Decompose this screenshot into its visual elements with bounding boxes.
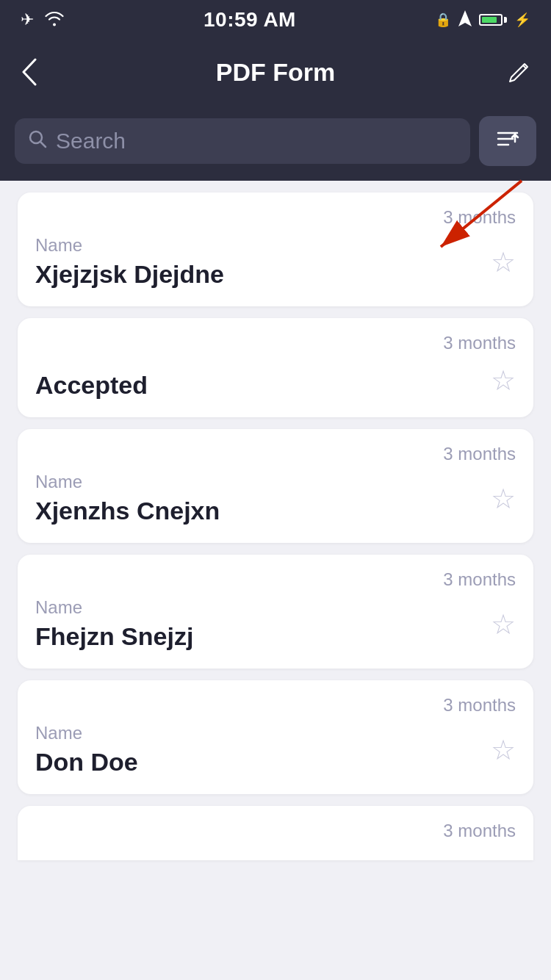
- page-title: PDF Form: [216, 58, 335, 87]
- card-name: Xjejzjsk Djejdne: [35, 260, 224, 289]
- search-input[interactable]: [56, 129, 457, 154]
- card-name: Xjenzhs Cnejxn: [35, 497, 220, 525]
- card-timestamp: 3 months: [35, 333, 516, 353]
- back-button[interactable]: [21, 58, 53, 86]
- charging-icon: ⚡: [514, 12, 530, 28]
- card-label: Name: [35, 472, 220, 492]
- card-timestamp: 3 months: [35, 821, 516, 841]
- list-item-partial: 3 months: [18, 806, 533, 860]
- list-item: 3 months Name Fhejzn Snejzj ☆: [18, 555, 533, 669]
- card-row: Name Don Doe ☆: [35, 723, 516, 777]
- card-label: Name: [35, 235, 224, 256]
- battery-icon: [479, 14, 507, 26]
- list-container: 3 months Name Xjejzjsk Djejdne ☆ 3 month…: [0, 181, 551, 806]
- search-input-wrapper[interactable]: [15, 118, 470, 164]
- favorite-button[interactable]: ☆: [491, 734, 516, 766]
- card-name: Don Doe: [35, 748, 138, 777]
- card-row: Accepted ☆: [35, 361, 516, 400]
- card-name: Accepted: [35, 361, 148, 400]
- search-bar-container: [0, 104, 551, 181]
- list-item: 3 months Accepted ☆: [18, 318, 533, 417]
- card-content: Name Xjenzhs Cnejxn: [35, 472, 220, 525]
- svg-line-1: [40, 142, 46, 147]
- svg-line-6: [441, 181, 522, 247]
- card-content: Name Xjejzjsk Djejdne: [35, 235, 224, 289]
- card-name: Fhejzn Snejzj: [35, 622, 193, 651]
- status-time: 10:59 AM: [204, 8, 296, 32]
- sort-button[interactable]: [479, 116, 536, 166]
- card-row: Name Fhejzn Snejzj ☆: [35, 597, 516, 651]
- card-timestamp: 3 months: [35, 444, 516, 464]
- list-item: 3 months Name Don Doe ☆: [18, 680, 533, 794]
- status-bar-right: 🔒 ⚡: [435, 10, 530, 29]
- lock-icon: 🔒: [435, 12, 451, 28]
- card-timestamp: 3 months: [35, 569, 516, 590]
- card-timestamp: 3 months: [35, 695, 516, 716]
- card-row: Name Xjenzhs Cnejxn ☆: [35, 472, 516, 525]
- card-label: Name: [35, 597, 193, 618]
- location-icon: [458, 10, 472, 29]
- wifi-icon: [44, 10, 65, 30]
- list-item: 3 months Name Xjenzhs Cnejxn ☆: [18, 429, 533, 543]
- favorite-button[interactable]: ☆: [491, 483, 516, 515]
- card-content: Name Fhejzn Snejzj: [35, 597, 193, 651]
- favorite-button[interactable]: ☆: [491, 608, 516, 641]
- edit-button[interactable]: [498, 61, 530, 83]
- card-content: Name Don Doe: [35, 723, 138, 777]
- header: PDF Form: [0, 40, 551, 104]
- status-bar: ✈ 10:59 AM 🔒 ⚡: [0, 0, 551, 40]
- status-bar-left: ✈: [21, 10, 65, 30]
- card-label: Name: [35, 723, 138, 743]
- search-icon: [28, 129, 47, 154]
- red-arrow-annotation: [397, 173, 529, 254]
- sort-icon: [495, 127, 520, 156]
- favorite-button[interactable]: ☆: [491, 364, 516, 397]
- airplane-icon: ✈: [21, 10, 34, 29]
